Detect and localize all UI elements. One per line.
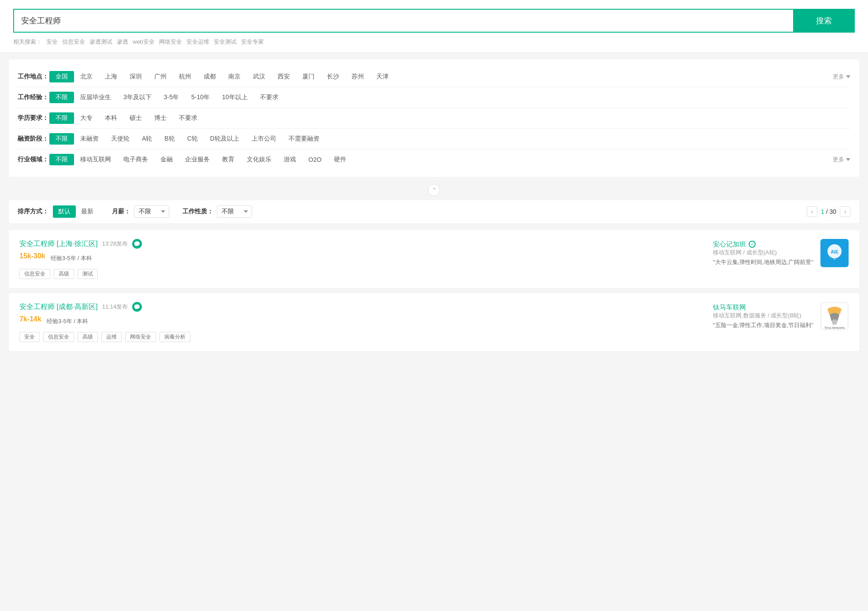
filter-option[interactable]: 不限 xyxy=(49,154,74,165)
company-name[interactable]: 钛马车联网 xyxy=(713,303,813,312)
filter-option[interactable]: 西安 xyxy=(271,71,296,82)
filter-option[interactable]: 不限 xyxy=(49,92,74,103)
filter-option[interactable]: 长沙 xyxy=(321,71,345,82)
job-tag: 高级 xyxy=(78,332,98,342)
job-salary: 7k-14k xyxy=(19,315,41,323)
related-item[interactable]: 网络安全 xyxy=(159,38,182,46)
job-tag: 信息安全 xyxy=(19,269,50,279)
filter-option[interactable]: 不限 xyxy=(49,133,74,145)
filter-option[interactable]: 未融资 xyxy=(74,133,105,145)
related-item[interactable]: 信息安全 xyxy=(62,38,85,46)
filter-option[interactable]: 教育 xyxy=(216,154,241,165)
pagination-prev[interactable]: ‹ xyxy=(807,206,817,217)
filter-option[interactable]: 不要求 xyxy=(254,92,285,103)
sort-option-latest[interactable]: 最新 xyxy=(76,205,99,218)
job-tags: 信息安全 高级 测试 xyxy=(19,269,713,279)
job-exp: 经验3-5年 / 本科 xyxy=(51,254,93,262)
search-input[interactable] xyxy=(13,9,793,33)
job-time: 11:14发布 xyxy=(102,303,128,311)
filter-option[interactable]: 文化娱乐 xyxy=(241,154,278,165)
filter-row-education: 学历要求： 不限 大专 本科 硕士 博士 不要求 xyxy=(18,108,850,129)
filter-option[interactable]: D轮及以上 xyxy=(204,133,245,145)
filter-option[interactable]: 厦门 xyxy=(296,71,321,82)
filter-row-location: 工作地点： 全国 北京 上海 深圳 广州 杭州 成都 南京 武汉 西安 厦门 长… xyxy=(18,67,850,87)
job-title-row: 安全工程师 [上海·徐汇区] 13:28发布 xyxy=(19,239,713,249)
filter-option[interactable]: 不限 xyxy=(49,112,74,124)
job-tag: 运维 xyxy=(101,332,122,342)
job-title[interactable]: 安全工程师 [成都·高新区] xyxy=(19,302,98,312)
filter-option[interactable]: 硕士 xyxy=(123,112,148,124)
filter-more-location[interactable]: 更多 xyxy=(833,73,850,81)
filter-label-location: 工作地点： xyxy=(18,73,49,81)
page-info: 1 / 30 xyxy=(821,208,836,215)
collapse-filters-btn[interactable]: ⌃ xyxy=(0,184,868,196)
sort-option-default[interactable]: 默认 xyxy=(53,205,76,218)
filter-more-industry[interactable]: 更多 xyxy=(833,156,850,164)
filter-label-industry: 行业领域： xyxy=(18,156,49,164)
filter-option[interactable]: 苏州 xyxy=(345,71,370,82)
chat-icon[interactable] xyxy=(132,302,142,312)
related-item[interactable]: 安全测试 xyxy=(214,38,237,46)
filter-option[interactable]: 不要求 xyxy=(173,112,204,124)
search-button[interactable]: 搜索 xyxy=(793,9,855,33)
pagination-next[interactable]: › xyxy=(840,206,850,217)
related-item[interactable]: 渗透 xyxy=(117,38,128,46)
filter-option[interactable]: 天津 xyxy=(370,71,395,82)
work-type-select[interactable]: 不限 xyxy=(217,205,252,218)
filter-option[interactable]: 深圳 xyxy=(123,71,148,82)
company-logo: Tima Networks xyxy=(820,302,849,330)
filter-option[interactable]: 上海 xyxy=(99,71,123,82)
related-item[interactable]: 渗透测试 xyxy=(89,38,112,46)
filter-option[interactable]: 大专 xyxy=(74,112,99,124)
filter-row-funding: 融资阶段： 不限 未融资 天使轮 A轮 B轮 C轮 D轮及以上 上市公司 不需要… xyxy=(18,129,850,149)
filter-options-education: 不限 大专 本科 硕士 博士 不要求 xyxy=(49,112,850,124)
job-title-row: 安全工程师 [成都·高新区] 11:14发布 xyxy=(19,302,713,312)
filter-option[interactable]: 应届毕业生 xyxy=(74,92,117,103)
related-search: 相关搜索： 安全 信息安全 渗透测试 渗透 web安全 网络安全 安全运维 安全… xyxy=(13,38,855,46)
filter-option[interactable]: 移动互联网 xyxy=(74,154,117,165)
related-label: 相关搜索： xyxy=(13,38,42,46)
filter-option[interactable]: 杭州 xyxy=(173,71,197,82)
related-item[interactable]: 安全专家 xyxy=(241,38,264,46)
filter-option[interactable]: 游戏 xyxy=(278,154,302,165)
chat-icon[interactable] xyxy=(132,239,142,249)
filter-option[interactable]: B轮 xyxy=(158,133,181,145)
job-tag: 网络安全 xyxy=(125,332,156,342)
filter-option[interactable]: 天使轮 xyxy=(105,133,136,145)
filter-option[interactable]: 南京 xyxy=(222,71,247,82)
filter-option[interactable]: 3年及以下 xyxy=(117,92,158,103)
company-info: 移动互联网 / 成长型(A轮) xyxy=(713,249,813,257)
filter-option[interactable]: 电子商务 xyxy=(117,154,154,165)
collapse-icon[interactable]: ⌃ xyxy=(428,184,440,196)
filter-option[interactable]: 本科 xyxy=(99,112,123,124)
sort-label: 排序方式： xyxy=(18,208,48,216)
filter-option[interactable]: 金融 xyxy=(154,154,179,165)
salary-select[interactable]: 不限 xyxy=(134,205,169,218)
filter-option[interactable]: 成都 xyxy=(197,71,222,82)
filter-option[interactable]: 博士 xyxy=(148,112,173,124)
job-title[interactable]: 安全工程师 [上海·徐汇区] xyxy=(19,239,98,249)
filter-option[interactable]: 3-5年 xyxy=(158,92,185,103)
related-item[interactable]: web安全 xyxy=(133,38,155,46)
filter-option[interactable]: 全国 xyxy=(49,71,74,82)
filter-label-education: 学历要求： xyxy=(18,114,49,122)
filter-option[interactable]: 企业服务 xyxy=(179,154,216,165)
filter-label-funding: 融资阶段： xyxy=(18,135,49,143)
filter-options-industry: 不限 移动互联网 电子商务 金融 企业服务 教育 文化娱乐 游戏 O2O 硬件 xyxy=(49,154,833,165)
filter-option[interactable]: 5-10年 xyxy=(185,92,216,103)
job-exp: 经验3-5年 / 本科 xyxy=(47,317,89,325)
filter-option[interactable]: 北京 xyxy=(74,71,99,82)
filter-option[interactable]: C轮 xyxy=(181,133,204,145)
company-name[interactable]: 安心记加班 ✓ xyxy=(713,240,813,249)
filter-option[interactable]: 硬件 xyxy=(328,154,352,165)
filter-option[interactable]: 不需要融资 xyxy=(282,133,326,145)
filter-option[interactable]: 广州 xyxy=(148,71,173,82)
related-item[interactable]: 安全运维 xyxy=(186,38,209,46)
filter-option[interactable]: 上市公司 xyxy=(245,133,282,145)
filter-option[interactable]: 10年以上 xyxy=(216,92,254,103)
related-item[interactable]: 安全 xyxy=(46,38,58,46)
filter-option[interactable]: 武汉 xyxy=(247,71,271,82)
job-list: 安全工程师 [上海·徐汇区] 13:28发布 15k-30k 经验3-5年 / … xyxy=(9,230,859,351)
filter-option[interactable]: O2O xyxy=(302,154,328,165)
filter-option[interactable]: A轮 xyxy=(136,133,158,145)
